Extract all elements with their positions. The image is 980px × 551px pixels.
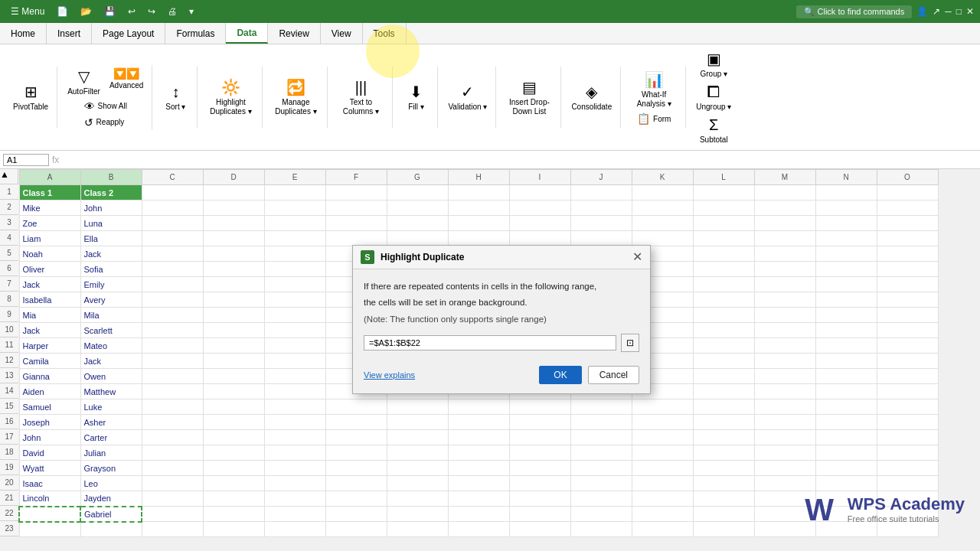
whatif-button[interactable]: 📊 What-If Analysis ▾ — [627, 68, 681, 111]
col-header-d[interactable]: D — [203, 170, 264, 185]
col-header-h[interactable]: H — [448, 170, 509, 185]
cell-a8[interactable]: Isabella — [19, 292, 80, 308]
row-header-21[interactable]: 21 — [0, 491, 18, 506]
row-header-19[interactable]: 19 — [0, 460, 18, 475]
undo-button[interactable]: ↩ — [123, 5, 140, 18]
cell-a12[interactable]: Camila — [19, 354, 80, 369]
subtotal-button[interactable]: Σ Subtotal — [696, 114, 732, 147]
cell-ref-input[interactable] — [3, 154, 49, 166]
cell-a19[interactable]: Wyatt — [19, 461, 80, 476]
cell-a17[interactable]: John — [19, 430, 80, 445]
cell-a7[interactable]: Jack — [19, 277, 80, 292]
col-header-l[interactable]: L — [693, 170, 754, 185]
cell-b13[interactable]: Owen — [80, 369, 142, 384]
col-header-g[interactable]: G — [387, 170, 448, 185]
row-header-3[interactable]: 3 — [0, 215, 18, 230]
ok-button[interactable]: OK — [539, 366, 581, 384]
formula-input[interactable] — [62, 155, 977, 165]
col-header-a[interactable]: A — [19, 170, 80, 185]
row-header-15[interactable]: 15 — [0, 399, 18, 414]
dialog-close-button[interactable]: ✕ — [632, 251, 642, 263]
cell-a14[interactable]: Aiden — [19, 384, 80, 399]
tab-insert[interactable]: Insert — [47, 23, 92, 44]
user-icon[interactable]: 👤 — [916, 6, 928, 17]
cancel-button[interactable]: Cancel — [588, 366, 639, 384]
autofilter-button[interactable]: ▽ AutoFilter — [64, 65, 104, 99]
col-header-n[interactable]: N — [815, 170, 877, 185]
cell-b14[interactable]: Matthew — [80, 384, 142, 399]
tab-review[interactable]: Review — [268, 23, 320, 44]
ungroup-button[interactable]: ⧠ Ungroup ▾ — [692, 81, 735, 114]
dialog-range-input[interactable] — [364, 335, 616, 350]
consolidate-button[interactable]: ◈ Consolidate — [567, 80, 616, 114]
tab-pagelayout[interactable]: Page Layout — [92, 23, 165, 44]
menu-button[interactable]: ☰ Menu — [6, 5, 49, 18]
cell-b6[interactable]: Sofia — [80, 262, 142, 277]
col-header-i[interactable]: I — [509, 170, 570, 185]
cell-b11[interactable]: Mateo — [80, 338, 142, 354]
text-to-columns-button[interactable]: ||| Text to Columns ▾ — [334, 77, 387, 119]
row-header-11[interactable]: 11 — [0, 337, 18, 353]
cell-a10[interactable]: Jack — [19, 323, 80, 338]
validation-button[interactable]: ✓ Validation ▾ — [444, 80, 491, 114]
col-header-f[interactable]: F — [325, 170, 387, 185]
more-button[interactable]: ▾ — [185, 5, 198, 18]
cell-a13[interactable]: Gianna — [19, 369, 80, 384]
cell-a2[interactable]: Mike — [19, 201, 80, 216]
cell-b3[interactable]: Luna — [80, 216, 142, 231]
highlight-duplicates-button[interactable]: 🔆 Highlight Duplicates ▾ — [204, 76, 257, 119]
cell-b19[interactable]: Grayson — [80, 461, 142, 476]
row-header-22[interactable]: 22 — [0, 506, 18, 521]
open-button[interactable]: 📂 — [76, 5, 96, 18]
cell-b15[interactable]: Luke — [80, 399, 142, 415]
row-header-12[interactable]: 12 — [0, 353, 18, 368]
maximize-button[interactable]: □ — [956, 6, 962, 17]
cell-a20[interactable]: Isaac — [19, 476, 80, 491]
tab-formulas[interactable]: Formulas — [165, 23, 226, 44]
cell-b17[interactable]: Carter — [80, 430, 142, 445]
cell-b8[interactable]: Avery — [80, 292, 142, 308]
new-button[interactable]: 📄 — [52, 5, 73, 18]
cell-a15[interactable]: Samuel — [19, 399, 80, 415]
cell-a5[interactable]: Noah — [19, 246, 80, 262]
row-header-7[interactable]: 7 — [0, 276, 18, 292]
advanced-filter-button[interactable]: 🔽🔽 Advanced — [106, 65, 147, 99]
row-header-2[interactable]: 2 — [0, 200, 18, 215]
cell-b10[interactable]: Scarlett — [80, 323, 142, 338]
cell-a9[interactable]: Mia — [19, 308, 80, 323]
col-header-k[interactable]: K — [632, 170, 693, 185]
cell-b12[interactable]: Jack — [80, 354, 142, 369]
tab-home[interactable]: Home — [0, 23, 47, 44]
row-header-20[interactable]: 20 — [0, 475, 18, 491]
row-header-13[interactable]: 13 — [0, 368, 18, 383]
cell-a3[interactable]: Zoe — [19, 216, 80, 231]
cell-b18[interactable]: Julian — [80, 445, 142, 461]
cell-a21[interactable]: Lincoln — [19, 491, 80, 507]
row-header-10[interactable]: 10 — [0, 322, 18, 337]
cell-b2[interactable]: John — [80, 201, 142, 216]
menu-bar[interactable]: ☰ Menu 📄 📂 💾 ↩ ↪ 🖨 ▾ — [6, 5, 198, 18]
cell-a11[interactable]: Harper — [19, 338, 80, 354]
cell-b7[interactable]: Emily — [80, 277, 142, 292]
row-header-6[interactable]: 6 — [0, 261, 18, 276]
pivot-table-button[interactable]: ⊞ PivotTable — [9, 80, 52, 114]
show-all-button[interactable]: 👁 Show All — [81, 99, 130, 114]
cell-a23[interactable] — [19, 522, 80, 537]
row-header-16[interactable]: 16 — [0, 414, 18, 429]
tab-tools[interactable]: Tools — [363, 23, 407, 44]
cell-a1[interactable]: Class 1 — [19, 185, 80, 201]
row-header-14[interactable]: 14 — [0, 383, 18, 399]
tab-view[interactable]: View — [321, 23, 363, 44]
print-button[interactable]: 🖨 — [163, 5, 181, 18]
cell-b22[interactable]: Gabriel — [80, 507, 142, 522]
row-header-17[interactable]: 17 — [0, 429, 18, 445]
col-header-j[interactable]: J — [570, 170, 632, 185]
row-header-4[interactable]: 4 — [0, 230, 18, 246]
search-box[interactable]: 🔍 Click to find commands — [796, 5, 912, 18]
cell-b23[interactable] — [80, 522, 142, 537]
cell-c1[interactable] — [142, 185, 203, 201]
group-button[interactable]: ▣ Group ▾ — [696, 47, 731, 81]
share-icon[interactable]: ↗ — [933, 6, 940, 17]
col-header-e[interactable]: E — [264, 170, 325, 185]
col-header-c[interactable]: C — [142, 170, 203, 185]
